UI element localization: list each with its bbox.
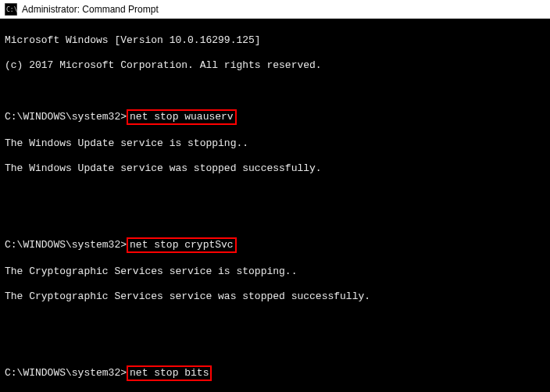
prompt: C:\WINDOWS\system32> <box>5 239 127 251</box>
prompt-line: C:\WINDOWS\system32>net stop bits <box>5 365 545 381</box>
prompt: C:\WINDOWS\system32> <box>5 111 127 123</box>
banner-line: (c) 2017 Microsoft Corporation. All righ… <box>5 59 545 72</box>
command-highlight: net stop bits <box>127 365 212 381</box>
terminal-output[interactable]: Microsoft Windows [Version 10.0.16299.12… <box>0 19 550 392</box>
output-line: The Windows Update service was stopped s… <box>5 162 545 175</box>
output-line: The Cryptographic Services service is st… <box>5 265 545 278</box>
output-line: The Cryptographic Services service was s… <box>5 290 545 303</box>
cmd-icon: C:\ <box>5 3 17 16</box>
command-highlight: net stop cryptSvc <box>127 237 237 253</box>
blank-line <box>5 212 545 225</box>
blank-line <box>5 84 545 97</box>
svg-text:C:\: C:\ <box>6 6 17 13</box>
command-highlight: net stop wuauserv <box>127 109 237 125</box>
blank-line <box>5 340 545 353</box>
prompt-line: C:\WINDOWS\system32>net stop cryptSvc <box>5 237 545 253</box>
blank-line <box>5 315 545 328</box>
blank-line <box>5 187 545 200</box>
output-line: The Windows Update service is stopping.. <box>5 137 545 150</box>
window-title: Administrator: Command Prompt <box>22 4 159 15</box>
banner-line: Microsoft Windows [Version 10.0.16299.12… <box>5 34 545 47</box>
window-titlebar[interactable]: C:\ Administrator: Command Prompt <box>0 0 550 19</box>
prompt: C:\WINDOWS\system32> <box>5 367 127 379</box>
prompt-line: C:\WINDOWS\system32>net stop wuauserv <box>5 109 545 125</box>
